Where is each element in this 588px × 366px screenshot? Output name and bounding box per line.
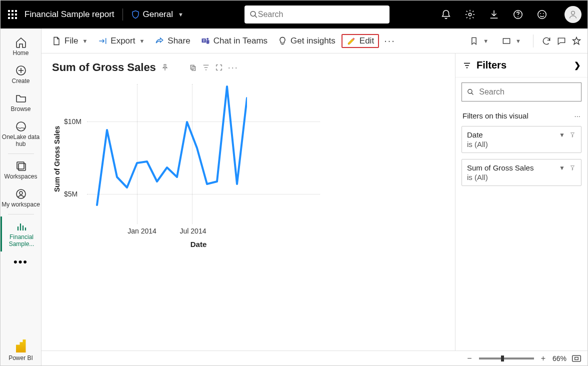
nav-workspaces[interactable]: Workspaces (0, 156, 41, 184)
zoom-in-button[interactable]: + (539, 354, 548, 363)
nav-myworkspace[interactable]: My workspace (0, 184, 41, 212)
svg-point-17 (206, 38, 208, 40)
file-menu[interactable]: File ▼ (48, 34, 92, 48)
svg-point-14 (20, 192, 22, 194)
filter-icon[interactable] (202, 64, 210, 72)
top-right-icons (440, 6, 582, 23)
nav-browse[interactable]: Browse (0, 88, 41, 116)
settings-icon[interactable] (464, 9, 476, 20)
nav-browse-label: Browse (10, 106, 30, 112)
plot-area: $10M $5M Jan 2014 Jul 2014 (62, 79, 325, 239)
svg-point-6 (540, 13, 541, 14)
clear-filter-icon[interactable] (569, 132, 576, 138)
nav-more[interactable]: ••• (10, 252, 32, 272)
export-menu[interactable]: Export ▼ (94, 34, 148, 48)
plus-circle-icon (15, 64, 27, 76)
nav-separator (8, 214, 34, 214)
nav-active-report-label: Financial Sample... (3, 234, 40, 248)
chevron-down-icon: ▼ (483, 38, 488, 44)
toolbar-right: ▼ ▼ (465, 34, 582, 48)
filter-card-grosssales[interactable]: Sum of Gross Sales ▼ is (All) (462, 159, 582, 186)
view-dropdown[interactable]: ▼ (498, 34, 525, 48)
share-icon (154, 36, 164, 46)
help-icon[interactable] (512, 9, 524, 20)
download-icon[interactable] (488, 9, 500, 20)
zoom-thumb[interactable] (501, 356, 504, 362)
chevron-down-icon[interactable]: ▼ (559, 164, 565, 172)
app-launcher-icon[interactable] (6, 8, 18, 20)
zoom-slider[interactable] (479, 358, 534, 360)
y-axis-label: Sum of Gross Sales (52, 79, 62, 239)
fit-page-icon[interactable] (572, 354, 582, 362)
visual-title: Sum of Gross Sales (52, 61, 156, 74)
filter-icon (462, 61, 472, 70)
svg-text:T: T (202, 38, 204, 42)
nav-home[interactable]: Home (0, 32, 41, 60)
line-series (87, 84, 247, 219)
zoom-out-button[interactable]: − (465, 354, 474, 363)
filters-search-input[interactable] (479, 88, 576, 96)
edit-label: Edit (360, 36, 374, 46)
global-search[interactable] (244, 6, 390, 24)
pin-icon[interactable] (161, 64, 169, 72)
share-label: Share (168, 36, 190, 46)
share-button[interactable]: Share (150, 34, 194, 48)
svg-line-22 (472, 93, 474, 95)
export-icon (98, 36, 108, 46)
section-more[interactable]: ··· (574, 112, 580, 120)
insights-button[interactable]: Get insights (274, 34, 340, 48)
chevron-down-icon: ▼ (178, 12, 184, 18)
nav-onelake-label: OneLake data hub (2, 134, 40, 148)
visual-more[interactable]: ··· (228, 62, 238, 73)
bookmark-dropdown[interactable]: ▼ (465, 34, 492, 48)
collapse-pane-icon[interactable]: ❯ (574, 60, 580, 70)
chevron-down-icon: ▼ (516, 38, 521, 44)
nav-create-label: Create (12, 78, 30, 84)
lightbulb-icon (278, 36, 288, 46)
clear-filter-icon[interactable] (569, 164, 576, 172)
nav-powerbi[interactable]: Power BI (0, 336, 41, 366)
nav-create[interactable]: Create (0, 60, 41, 88)
line-chart-visual[interactable]: Sum of Gross Sales ··· Sum of Gross Sale… (48, 58, 328, 258)
chevron-down-icon[interactable]: ▼ (559, 132, 565, 138)
svg-rect-20 (192, 66, 196, 70)
toolbar-more[interactable]: ··· (381, 35, 398, 46)
insights-label: Get insights (290, 36, 336, 46)
search-input[interactable] (258, 10, 384, 19)
nav-active-report[interactable]: Financial Sample... (0, 216, 41, 252)
separator (122, 8, 123, 20)
focus-icon[interactable] (215, 64, 223, 72)
report-canvas[interactable]: Sum of Gross Sales ··· Sum of Gross Sale… (42, 54, 455, 350)
view-icon (502, 36, 512, 46)
bookmark-icon (469, 36, 479, 46)
shield-icon (131, 10, 140, 20)
filters-section-header: Filters on this visual ··· (456, 106, 588, 123)
visual-header: Sum of Gross Sales ··· (52, 61, 325, 74)
main-area: File ▼ Export ▼ Share T Chat in Teams Ge… (42, 28, 588, 366)
comment-icon[interactable] (556, 36, 566, 46)
sensitivity-label: General (143, 10, 173, 20)
edit-button[interactable]: Edit (342, 34, 379, 48)
refresh-icon[interactable] (542, 36, 552, 46)
person-icon (568, 10, 578, 20)
account-avatar[interactable] (564, 6, 582, 23)
filters-header: Filters ❯ (456, 54, 588, 78)
favorite-icon[interactable] (572, 36, 582, 46)
feedback-icon[interactable] (536, 9, 548, 20)
x-axis-label: Date (72, 240, 325, 248)
nav-onelake[interactable]: OneLake data hub (0, 116, 41, 152)
filters-pane: Filters ❯ Filters on this visual ··· Dat… (455, 54, 588, 350)
y-tick: $10M (64, 118, 82, 126)
copy-icon[interactable] (189, 64, 197, 72)
svg-point-8 (572, 11, 575, 14)
svg-rect-18 (503, 38, 510, 44)
notifications-icon[interactable] (440, 9, 452, 20)
x-tick: Jan 2014 (128, 227, 156, 235)
sensitivity-dropdown[interactable]: General ▼ (131, 10, 184, 20)
svg-point-0 (250, 12, 256, 16)
filter-card-date[interactable]: Date ▼ is (All) (462, 126, 582, 153)
folder-icon (15, 92, 27, 104)
filters-search[interactable] (462, 82, 582, 102)
chat-teams-button[interactable]: T Chat in Teams (196, 34, 272, 48)
nav-workspaces-label: Workspaces (4, 173, 38, 180)
